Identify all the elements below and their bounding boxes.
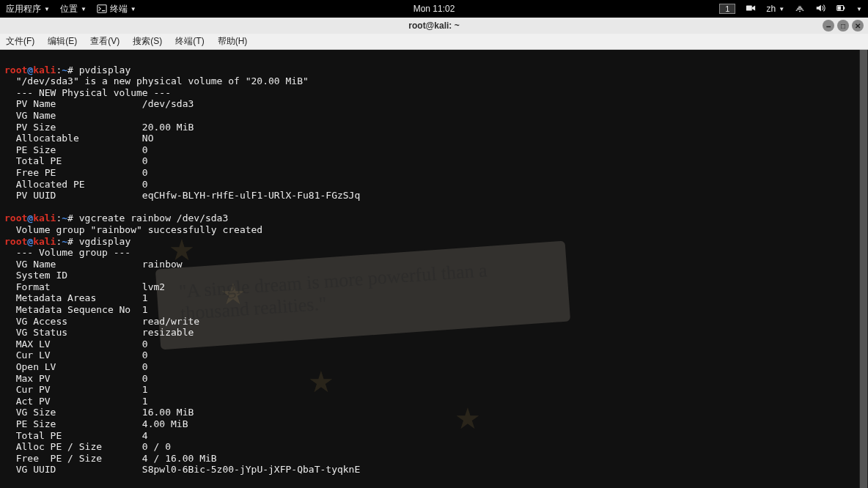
window-title: root@kali: ~ bbox=[408, 21, 459, 31]
command-vgdisplay: vgdisplay bbox=[79, 236, 130, 247]
menu-file[interactable]: 文件(F) bbox=[3, 34, 37, 49]
kv-row: Open LV 0 bbox=[4, 361, 148, 372]
terminal-launcher[interactable]: 终端 ▼ bbox=[97, 3, 136, 15]
terminal-output: root@kali:~# pvdisplay "/dev/sda3" is a … bbox=[0, 50, 868, 488]
kv-row: Format lvm2 bbox=[4, 281, 165, 292]
network-icon[interactable] bbox=[795, 3, 805, 15]
gnome-topbar: 应用程序 ▼ 位置 ▼ 终端 ▼ Mon 11:02 1 zh ▼ bbox=[0, 0, 868, 18]
menu-edit[interactable]: 编辑(E) bbox=[45, 34, 80, 49]
clock[interactable]: Mon 11:02 bbox=[413, 4, 455, 14]
chevron-down-icon: ▼ bbox=[44, 6, 50, 12]
kv-row: VG Size 16.00 MiB bbox=[4, 407, 194, 418]
clock-label: Mon 11:02 bbox=[413, 4, 455, 14]
chevron-down-icon: ▼ bbox=[779, 6, 784, 12]
language-label: zh bbox=[766, 4, 776, 14]
close-button[interactable]: ✕ bbox=[852, 20, 864, 32]
minimize-button[interactable]: ‒ bbox=[823, 20, 834, 32]
kv-row: Free PE 0 bbox=[4, 167, 148, 178]
terminal-launcher-label: 终端 bbox=[110, 3, 128, 15]
volume-icon[interactable] bbox=[815, 3, 825, 15]
kv-row: PE Size 4.00 MiB bbox=[4, 418, 188, 429]
kv-row: MAX LV 0 bbox=[4, 339, 148, 350]
terminal-viewport[interactable]: ★ ★ ★ ★ "A single dream is more powerful… bbox=[0, 50, 868, 488]
kv-row: VG UUID S8pwl0-6Bic-5z00-jYpU-jXFP-QbaT-… bbox=[4, 464, 360, 475]
places-menu[interactable]: 位置 ▼ bbox=[60, 3, 87, 15]
kv-row: Total PE 0 bbox=[4, 155, 148, 166]
kv-row: Metadata Areas 1 bbox=[4, 292, 148, 303]
kv-row: VG Access read/write bbox=[4, 316, 199, 327]
svg-rect-5 bbox=[838, 6, 841, 10]
svg-rect-1 bbox=[746, 5, 752, 10]
svg-point-2 bbox=[799, 10, 801, 12]
window-titlebar[interactable]: root@kali: ~ ‒ □ ✕ bbox=[0, 18, 868, 34]
menu-help[interactable]: 帮助(H) bbox=[215, 34, 251, 49]
terminal-icon bbox=[97, 4, 107, 14]
kv-row: Allocatable NO bbox=[4, 133, 154, 144]
kv-row: Total PE 4 bbox=[4, 430, 148, 441]
kv-row: Max PV 0 bbox=[4, 373, 148, 384]
workspace-indicator[interactable]: 1 bbox=[719, 4, 735, 14]
terminal-scrollbar[interactable] bbox=[859, 50, 868, 488]
menu-search[interactable]: 搜索(S) bbox=[130, 34, 165, 49]
kv-row: VG Name rainbow bbox=[4, 259, 183, 270]
system-menu-icon[interactable]: ▼ bbox=[856, 6, 862, 12]
kv-row: Act PV 1 bbox=[4, 396, 148, 407]
kv-row: Allocated PE 0 bbox=[4, 179, 148, 190]
command-pvdisplay: pvdisplay bbox=[79, 64, 130, 75]
kv-row: Alloc PE / Size 0 / 0 bbox=[4, 441, 171, 452]
svg-rect-0 bbox=[98, 5, 106, 13]
kv-row: Free PE / Size 4 / 16.00 MiB bbox=[4, 453, 217, 464]
kv-row: PV UUID eqCHfw-BLYH-rHfE-ulF1-URlX-Fu81-… bbox=[4, 190, 360, 201]
kv-row: System ID bbox=[4, 270, 142, 281]
kv-row: PV Size 20.00 MiB bbox=[4, 122, 194, 133]
kv-row: Cur PV 1 bbox=[4, 384, 148, 395]
kv-row: VG Name bbox=[4, 110, 142, 121]
kv-row: PE Size 0 bbox=[4, 144, 148, 155]
places-label: 位置 bbox=[60, 3, 78, 15]
kv-row: PV Name /dev/sda3 bbox=[4, 98, 194, 109]
language-indicator[interactable]: zh ▼ bbox=[766, 4, 784, 14]
maximize-button[interactable]: □ bbox=[837, 20, 849, 32]
applications-menu[interactable]: 应用程序 ▼ bbox=[6, 3, 50, 15]
terminal-menubar: 文件(F) 编辑(E) 查看(V) 搜索(S) 终端(T) 帮助(H) bbox=[0, 34, 868, 50]
chevron-down-icon: ▼ bbox=[81, 6, 87, 12]
chevron-down-icon: ▼ bbox=[130, 6, 136, 12]
applications-label: 应用程序 bbox=[6, 3, 41, 15]
video-icon[interactable] bbox=[746, 3, 756, 15]
battery-icon[interactable] bbox=[836, 3, 846, 15]
command-vgcreate: vgcreate rainbow /dev/sda3 bbox=[79, 212, 229, 223]
menu-view[interactable]: 查看(V) bbox=[87, 34, 122, 49]
menu-terminal[interactable]: 终端(T) bbox=[172, 34, 207, 49]
kv-row: Cur LV 0 bbox=[4, 350, 148, 361]
svg-rect-4 bbox=[844, 7, 845, 10]
scrollbar-thumb[interactable] bbox=[860, 50, 867, 488]
kv-row: VG Status resizable bbox=[4, 327, 194, 338]
kv-row: Metadata Sequence No 1 bbox=[4, 304, 148, 315]
